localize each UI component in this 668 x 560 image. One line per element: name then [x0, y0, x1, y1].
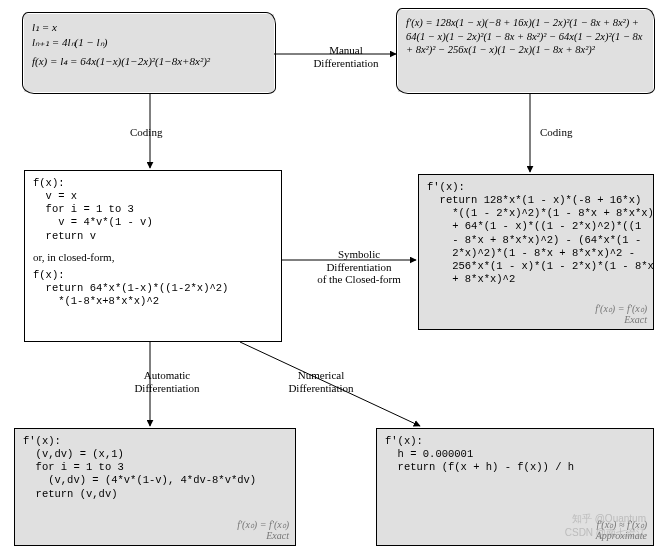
box-function-definition: l₁ = x lₙ₊₁ = 4lₙ(1 − lₙ) f(x) = l₄ = 64…: [24, 14, 274, 92]
watermark-csdn: CSDN @南七澄江: [565, 526, 646, 540]
edge-label-manual: ManualDifferentiation: [306, 44, 386, 69]
autodiff-code-block: f'(x): (v,dv) = (x,1) for i = 1 to 3 (v,…: [23, 435, 287, 501]
autodiff-note: f'(x₀) = f′(x₀) Exact: [237, 519, 289, 541]
edge-label-coding-left: Coding: [130, 126, 162, 139]
box-autodiff: f'(x): (v,dv) = (x,1) for i = 1 to 3 (v,…: [14, 428, 296, 546]
fprime-code-block: f'(x): return 128*x*(1 - x)*(-8 + 16*x) …: [427, 181, 645, 286]
edge-label-autodiff: AutomaticDifferentiation: [122, 369, 212, 394]
box-fx-code: f(x): v = x for i = 1 to 3 v = 4*v*(1 - …: [24, 170, 282, 342]
watermark-zhihu: 知乎 @Quantum: [572, 512, 646, 526]
defn-fx: f(x) = l₄ = 64x(1−x)(1−2x)²(1−8x+8x²)²: [32, 54, 266, 69]
box-fprime-code: f'(x): return 128*x*(1 - x)*(-8 + 16*x) …: [418, 174, 654, 330]
box-manual-derivative: f′(x) = 128x(1 − x)(−8 + 16x)(1 − 2x)²(1…: [398, 10, 653, 92]
edge-label-numdiff: NumericalDifferentiation: [276, 369, 366, 394]
fprime-note: f'(x₀) = f′(x₀) Exact: [595, 303, 647, 325]
defn-l1: l₁ = x: [32, 20, 266, 35]
numdiff-code-block: f'(x): h = 0.000001 return (f(x + h) - f…: [385, 435, 645, 474]
fx-sep: or, in closed-form,: [33, 251, 273, 263]
fx-code-block: f(x): v = x for i = 1 to 3 v = 4*v*(1 - …: [33, 177, 273, 243]
defn-ln1: lₙ₊₁ = 4lₙ(1 − lₙ): [32, 35, 266, 50]
fx-closed-form-code: f(x): return 64*x*(1-x)*((1-2*x)^2) *(1-…: [33, 269, 273, 308]
edge-label-symbolic: SymbolicDifferentiationof the Closed-for…: [304, 248, 414, 286]
manual-deriv-text: f′(x) = 128x(1 − x)(−8 + 16x)(1 − 2x)²(1…: [406, 16, 645, 57]
edge-label-coding-right: Coding: [540, 126, 572, 139]
